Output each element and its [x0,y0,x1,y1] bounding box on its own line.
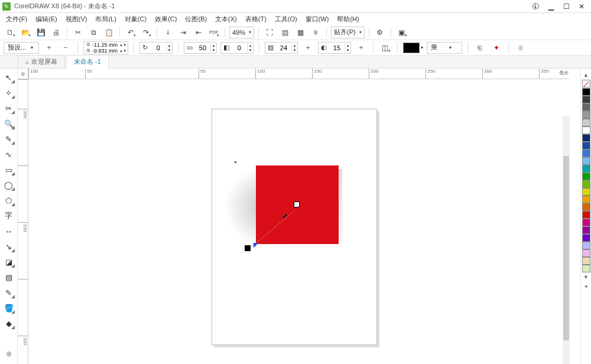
menu-效果[interactable]: 效果(C) [151,14,180,25]
transparency-tool[interactable]: ▨ [2,271,15,284]
color-swatch[interactable] [582,96,590,103]
eyedropper-tool[interactable]: ✎ [2,286,15,299]
color-swatch[interactable] [582,126,590,134]
offset-y-input[interactable] [91,48,119,54]
color-swatch[interactable] [582,119,590,126]
palette-scroll-up[interactable]: ▲ [583,72,589,78]
shadow-opacity-field[interactable]: ▨▲▼ [265,42,298,54]
color-swatch[interactable] [582,265,590,272]
color-swatch[interactable] [582,188,590,196]
menu-表格[interactable]: 表格(T) [242,14,270,25]
snap-combo[interactable]: 贴齐(P)▾ [331,27,365,38]
vertical-ruler[interactable]: 300250200 [18,79,28,364]
close-button[interactable]: ✕ [574,1,589,12]
zoom-level-combo[interactable]: 49%▾ [229,27,254,38]
ruler-origin[interactable]: ⊕ [18,69,28,79]
color-swatch[interactable] [582,150,590,157]
fullscreen-button[interactable]: ⛶ [263,26,276,39]
menu-文本[interactable]: 文本(X) [212,14,241,25]
polygon-tool[interactable]: ⬠ [2,194,15,207]
shape-tool[interactable]: ✧ [2,86,15,99]
feather-direction-button[interactable]: ◫ [379,41,392,54]
color-swatch[interactable] [582,234,590,242]
color-swatch[interactable] [582,257,590,265]
color-swatch[interactable] [582,180,590,188]
opacity-slider-button[interactable]: ＋ [301,41,314,54]
menu-对象[interactable]: 对象(C) [121,14,150,25]
color-swatch[interactable] [582,103,590,111]
color-swatch[interactable] [582,165,590,173]
search-button[interactable]: ⤓ [161,26,174,39]
color-swatch[interactable] [582,211,590,219]
color-swatch[interactable] [582,196,590,203]
menu-布局[interactable]: 布局(L) [92,14,119,25]
export-button[interactable]: ⇤ [192,26,205,39]
undo-button[interactable]: ↶ [124,26,137,39]
zoom-tool[interactable]: 🔍 [2,117,15,130]
open-button[interactable]: 📂 [19,26,32,39]
preset-combo[interactable]: 预设...▾ [4,42,39,54]
show-guides-button[interactable]: ≡ [309,26,322,39]
options-button[interactable]: ⚙ [374,26,387,39]
opacity-input[interactable] [276,44,291,51]
freehand-tool[interactable]: ✎ [2,132,15,145]
palette-flyout[interactable]: ◂ [584,283,587,289]
paste-button[interactable]: 📋 [102,26,115,39]
drawing-viewport[interactable] [28,79,563,364]
menu-文件[interactable]: 文件(F) [2,14,31,25]
feather-input[interactable] [329,44,345,51]
fade-input[interactable] [232,44,247,51]
color-swatch[interactable] [582,173,590,180]
save-button[interactable]: 💾 [34,26,47,39]
pick-tool[interactable]: ↖ [2,71,15,84]
show-grid-button[interactable]: ▦ [294,26,307,39]
print-button[interactable]: 🖨 [50,26,63,39]
color-swatch[interactable] [582,111,590,119]
add-preset-button[interactable]: ＋ [43,41,56,54]
shadow-feather-field[interactable]: ◐▲▼ [318,42,351,54]
tab-document[interactable]: 未命名 -1 [66,55,109,69]
angle-input[interactable] [151,44,166,51]
launch-button[interactable]: ▣ [395,26,408,39]
color-swatch[interactable] [582,88,590,96]
copy-button[interactable]: ⧉ [87,26,100,39]
stretch-input[interactable] [195,44,210,51]
artistic-media-tool[interactable]: ∿ [2,148,15,161]
menu-编辑[interactable]: 编辑(E) [32,14,61,25]
menu-位图[interactable]: 位图(B) [181,14,210,25]
shadow-color-picker[interactable]: ▾ [403,43,423,53]
minimize-button[interactable]: ▁ [544,1,558,12]
offset-x-input[interactable] [91,42,119,48]
shadow-start-handle[interactable] [245,245,251,251]
shadow-angle-field[interactable]: ↻▲▼ [139,42,173,54]
publish-pdf-button[interactable]: PDF [207,26,220,39]
more-button[interactable]: ⊕ [514,41,527,54]
rectangle-tool[interactable]: ▭ [2,163,15,176]
show-rulers-button[interactable]: ▤ [278,26,291,39]
new-button[interactable]: 🗋 [4,26,17,39]
redo-button[interactable]: ↷ [139,26,152,39]
no-color-swatch[interactable] [582,80,590,87]
vertical-scrollbar[interactable] [563,116,570,364]
cut-button[interactable]: ✂ [72,26,85,39]
shadow-end-handle[interactable] [294,202,300,207]
copy-shadow-button[interactable]: ⎗ [473,41,486,54]
color-swatch[interactable] [582,134,590,142]
menu-视图[interactable]: 视图(V) [62,14,91,25]
shadow-offset-fields[interactable]: ⊞▲▼ ⊞▲▼ [83,41,128,54]
shadow-fade-field[interactable]: ◧▲▼ [220,42,254,54]
toolbox-expand-button[interactable]: ⊕ [2,347,15,360]
shadow-stretch-field[interactable]: ▭▲▼ [184,42,217,54]
remove-preset-button[interactable]: － [59,41,72,54]
color-swatch[interactable] [582,219,590,226]
parallel-dimension-tool[interactable]: ↔ [2,225,15,238]
feather-slider-button[interactable]: ＋ [355,41,368,54]
color-swatch[interactable] [582,203,590,211]
palette-scroll-down[interactable]: ▼ [583,274,589,280]
connector-tool[interactable]: ↘ [2,240,15,253]
text-tool[interactable]: 字 [2,209,15,222]
maximize-button[interactable]: ☐ [559,1,573,12]
color-swatch[interactable] [582,157,590,165]
help-icon[interactable]: 🛈 [528,1,543,12]
tab-welcome[interactable]: ⌂欢迎屏幕 [18,55,65,68]
